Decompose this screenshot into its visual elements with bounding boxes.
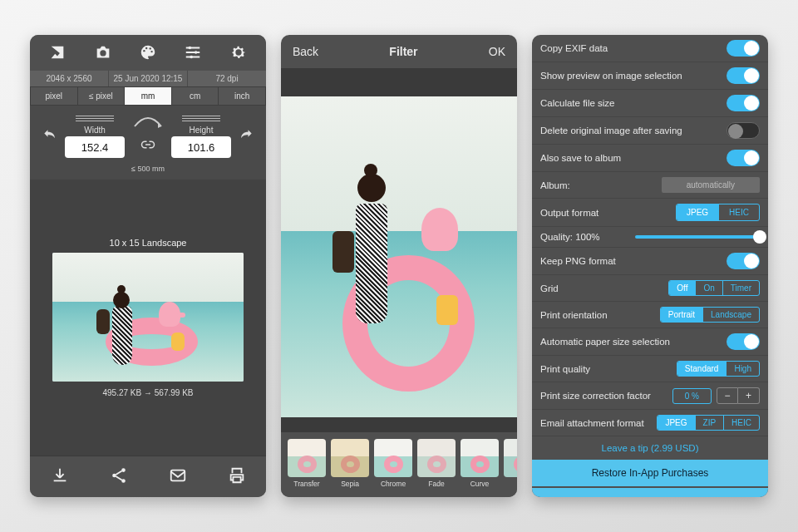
menu-icon[interactable] [76,116,114,124]
label: Print size correction factor [540,391,651,401]
image-icon[interactable] [48,43,66,64]
row-quality: Quality: 100% [532,227,768,248]
toggle-also-save[interactable] [727,150,760,166]
filter-label: Curve [470,480,490,488]
share-icon[interactable] [110,466,128,487]
camera-icon[interactable] [94,43,112,64]
seg-print-quality: Standard High [677,361,760,377]
stepper: − + [717,387,760,404]
sliders-icon[interactable] [184,43,202,64]
swap-icon[interactable] [131,115,165,131]
minus-button[interactable]: − [717,387,738,404]
opt-high[interactable]: High [727,362,759,376]
svg-point-7 [190,56,194,59]
photo-preview[interactable] [281,96,517,417]
toggle-delete-original[interactable] [727,122,760,139]
row-email-format: Email attachment format JPEG ZIP HEIC [532,410,768,436]
dark-band [281,417,517,432]
unit-cm[interactable]: cm [171,86,219,106]
unit-lte-pixel[interactable]: ≤ pixel [77,86,125,106]
undo-icon[interactable] [42,127,58,146]
filesize-info: 495.27 KB → 567.99 KB [103,388,194,397]
opt-landscape[interactable]: Landscape [703,308,759,322]
meta-dpi: 72 dpi [188,71,266,86]
toggle-auto-paper[interactable] [727,333,760,350]
phone-resize: 2046 x 2560 25 Jun 2020 12:15 72 dpi pix… [30,35,266,497]
toggle-keep-png[interactable] [727,253,760,269]
label: Quality: 100% [540,232,600,242]
tip-link[interactable]: Leave a tip (2.99 USD) [532,436,768,460]
label: Copy EXIF data [540,43,608,53]
toggle-show-preview[interactable] [727,67,760,84]
row-show-preview: Show preview on image selection [532,62,768,90]
palette-icon[interactable] [139,43,157,64]
quality-slider[interactable] [635,235,760,239]
album-select[interactable]: automatically [662,177,760,193]
row-output-format: Output format JPEG HEIC [532,199,768,227]
unit-inch[interactable]: inch [218,86,266,106]
opt-timer[interactable]: Timer [723,281,759,295]
filter-sepia[interactable]: Sepia [331,439,369,492]
canvas-label: 10 x 15 Landscape [110,238,187,248]
row-auto-paper: Automatic paper size selection [532,328,768,356]
seg-output-format: JPEG HEIC [676,204,760,221]
label: Calculate file size [540,98,614,108]
opt-zip[interactable]: ZIP [696,416,725,430]
row-delete-original: Delete original image after saving [532,117,768,145]
gear-icon[interactable] [229,43,248,64]
filter-chrome[interactable]: Chrome [374,439,412,492]
dark-band [281,68,517,96]
seg-email-format: JPEG ZIP HEIC [657,415,760,431]
unit-segmented: pixel ≤ pixel mm cm inch [30,86,266,106]
filter-fade[interactable]: Fade [417,439,456,492]
size-arrow: → [144,388,152,397]
label: Delete original image after saving [540,126,682,135]
svg-point-4 [150,51,152,52]
download-icon[interactable] [51,466,69,487]
opt-heic[interactable]: HEIC [724,416,759,430]
opt-standard[interactable]: Standard [677,362,727,376]
unit-mm[interactable]: mm [124,86,171,106]
opt-jpeg[interactable]: JPEG [658,416,695,430]
filter-strip[interactable]: TransferSepiaChromeFadeCurveTon [281,432,517,497]
label: Also save to album [540,153,621,163]
row-also-save: Also save to album [532,145,768,172]
toggle-copy-exif[interactable] [727,40,760,57]
filter-label: Chrome [381,480,406,488]
print-icon[interactable] [228,466,246,487]
label: Show preview on image selection [540,71,682,81]
ok-button[interactable]: OK [489,45,505,58]
label: Email attachment format [540,418,644,428]
max-note: ≤ 500 mm [30,163,266,180]
width-input[interactable]: 152.4 [65,136,125,158]
height-label: Height [190,126,214,135]
row-print-quality: Print quality Standard High [532,356,768,382]
toggle-calc-size[interactable] [727,95,760,111]
svg-point-3 [150,47,151,49]
filter-curve[interactable]: Curve [461,439,499,492]
phone-settings: Copy EXIF data Show preview on image sel… [532,35,768,497]
back-button[interactable]: Back [293,45,318,58]
filter-transfer[interactable]: Transfer [288,439,326,492]
mail-icon[interactable] [169,466,187,487]
redo-icon[interactable] [238,127,254,146]
filter-ton[interactable]: Ton [504,439,517,492]
opt-on[interactable]: On [696,281,722,295]
opt-jpeg[interactable]: JPEG [677,204,719,220]
opt-portrait[interactable]: Portrait [661,308,703,322]
opt-off[interactable]: Off [669,281,696,295]
height-input[interactable]: 101.6 [171,136,231,158]
dimensions-editor: Width 152.4 Height 101.6 [30,106,266,163]
toolbar [30,35,266,71]
size-to: 567.99 KB [155,388,194,397]
link-icon[interactable] [140,137,155,155]
phone-filter: Back Filter OK TransferSepiaChromeFadeCu… [281,35,517,497]
unit-pixel[interactable]: pixel [30,86,77,106]
filter-label: Sepia [341,480,359,488]
restore-purchases-button[interactable]: Restore In-App Purchases [532,460,768,486]
image-preview[interactable] [52,253,244,382]
remove-ads-button[interactable]: Remove Ads (3.99 USD) [532,488,768,497]
plus-button[interactable]: + [738,387,760,404]
menu-icon[interactable] [182,116,220,124]
opt-heic[interactable]: HEIC [719,204,759,220]
